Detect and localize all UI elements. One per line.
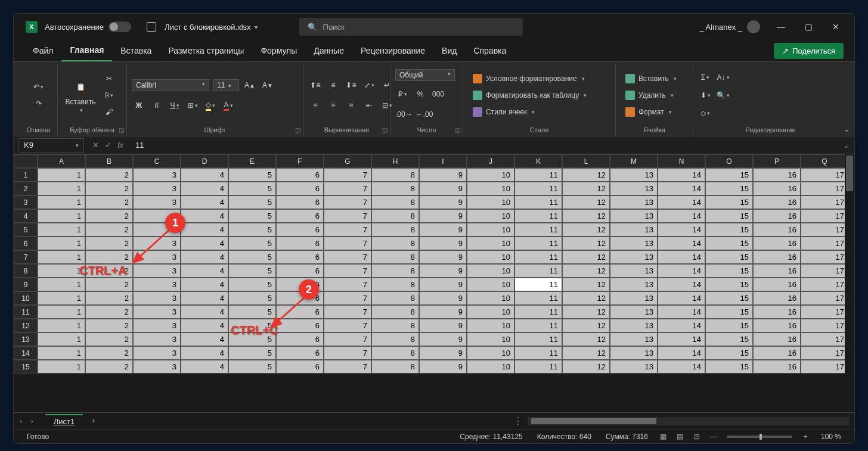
cell[interactable]: 16 xyxy=(753,360,801,374)
cell[interactable]: 16 xyxy=(753,346,801,360)
cell[interactable]: 15 xyxy=(705,168,753,182)
tab-файл[interactable]: Файл xyxy=(24,40,61,61)
cell[interactable]: 4 xyxy=(181,223,228,237)
cell[interactable]: 12 xyxy=(562,237,610,250)
cell[interactable]: 6 xyxy=(276,195,324,209)
find-button[interactable]: 🔍▾ xyxy=(716,88,730,102)
cell[interactable]: 15 xyxy=(705,291,753,305)
cell[interactable]: 3 xyxy=(133,305,181,319)
row-header[interactable]: 6 xyxy=(14,237,38,250)
cell[interactable]: 16 xyxy=(753,182,801,195)
cell[interactable]: 2 xyxy=(85,291,133,305)
cell[interactable]: 8 xyxy=(371,237,419,250)
cell[interactable]: 1 xyxy=(38,291,85,305)
cell[interactable]: 4 xyxy=(181,264,228,278)
cell[interactable]: 12 xyxy=(562,264,610,278)
cell[interactable]: 3 xyxy=(133,291,181,305)
cell[interactable]: 11 xyxy=(514,278,562,291)
cell[interactable]: 4 xyxy=(181,237,228,250)
tab-разметка страницы[interactable]: Разметка страницы xyxy=(160,40,252,61)
cell[interactable]: 1 xyxy=(38,223,85,237)
column-header[interactable]: J xyxy=(467,154,514,168)
cell[interactable]: 3 xyxy=(133,195,181,209)
cell[interactable]: 15 xyxy=(705,305,753,319)
cell[interactable]: 17 xyxy=(801,182,848,195)
row-header[interactable]: 12 xyxy=(14,319,38,332)
cell[interactable]: 1 xyxy=(38,332,85,346)
column-header[interactable]: E xyxy=(228,154,276,168)
cell[interactable]: 14 xyxy=(658,182,705,195)
cell[interactable]: 7 xyxy=(324,195,371,209)
align-bottom-button[interactable]: ⬇≡ xyxy=(344,78,358,92)
cell[interactable]: 17 xyxy=(801,319,848,332)
tab-данные[interactable]: Данные xyxy=(305,40,352,61)
cell[interactable]: 2 xyxy=(85,305,133,319)
decrease-decimal-button[interactable]: ←.00 xyxy=(416,107,433,122)
cell[interactable]: 11 xyxy=(514,182,562,195)
cell[interactable]: 9 xyxy=(419,237,467,250)
cell[interactable]: 3 xyxy=(133,360,181,374)
cell[interactable]: 14 xyxy=(658,250,705,264)
column-header[interactable]: F xyxy=(276,154,324,168)
cell[interactable]: 12 xyxy=(562,195,610,209)
fill-color-button[interactable]: ◇▾ xyxy=(203,98,218,113)
cell[interactable]: 6 xyxy=(276,209,324,223)
cell[interactable]: 12 xyxy=(562,168,610,182)
cell[interactable]: 10 xyxy=(467,237,514,250)
cell[interactable]: 9 xyxy=(419,209,467,223)
row-header[interactable]: 10 xyxy=(14,291,38,305)
cell[interactable]: 17 xyxy=(801,291,848,305)
number-format-combo[interactable]: Общий ▾ xyxy=(395,69,455,81)
cell[interactable]: 2 xyxy=(85,223,133,237)
cell[interactable]: 8 xyxy=(371,168,419,182)
cell[interactable]: 7 xyxy=(324,291,371,305)
cell[interactable]: 5 xyxy=(228,346,276,360)
cell-styles-button[interactable]: Стили ячеек▾ xyxy=(468,105,610,119)
cell[interactable]: 13 xyxy=(610,332,658,346)
fill-button[interactable]: ⬇▾ xyxy=(698,88,712,102)
column-header[interactable]: Q xyxy=(801,154,848,168)
cell[interactable]: 9 xyxy=(419,360,467,374)
font-size-combo[interactable]: 11 ▾ xyxy=(213,79,239,91)
maximize-button[interactable]: ▢ xyxy=(795,18,822,36)
cell[interactable]: 11 xyxy=(514,168,562,182)
cell[interactable]: 15 xyxy=(705,360,753,374)
cell[interactable]: 2 xyxy=(85,332,133,346)
cell[interactable]: 1 xyxy=(38,360,85,374)
indent-decrease-button[interactable]: ⇤ xyxy=(362,98,376,113)
cell[interactable]: 17 xyxy=(801,168,848,182)
cell[interactable]: 6 xyxy=(276,168,324,182)
delete-cells-button[interactable]: Удалить▾ xyxy=(621,88,688,102)
cell[interactable]: 10 xyxy=(467,195,514,209)
cell[interactable]: 2 xyxy=(85,278,133,291)
cell[interactable]: 14 xyxy=(658,346,705,360)
cell[interactable]: 9 xyxy=(419,195,467,209)
cell[interactable]: 11 xyxy=(514,360,562,374)
cell[interactable]: 9 xyxy=(419,182,467,195)
cell[interactable]: 9 xyxy=(419,346,467,360)
cell[interactable]: 14 xyxy=(658,291,705,305)
cell[interactable]: 4 xyxy=(181,360,228,374)
cell[interactable]: 5 xyxy=(228,209,276,223)
cell[interactable]: 3 xyxy=(133,346,181,360)
cell[interactable]: 15 xyxy=(705,250,753,264)
cell[interactable]: 12 xyxy=(562,250,610,264)
row-header[interactable]: 13 xyxy=(14,332,38,346)
cell[interactable]: 13 xyxy=(610,237,658,250)
row-header[interactable]: 7 xyxy=(14,250,38,264)
format-table-button[interactable]: Форматировать как таблицу▾ xyxy=(468,88,610,102)
align-middle-button[interactable]: ≡ xyxy=(326,78,340,92)
cell[interactable]: 10 xyxy=(467,305,514,319)
collapse-ribbon-icon[interactable]: ⌄ xyxy=(844,125,850,133)
column-header[interactable]: A xyxy=(38,154,85,168)
tab-вид[interactable]: Вид xyxy=(433,40,465,61)
column-header[interactable]: C xyxy=(133,154,181,168)
cell[interactable]: 16 xyxy=(753,278,801,291)
sort-filter-button[interactable]: A↓▾ xyxy=(716,70,730,85)
column-header[interactable]: G xyxy=(324,154,371,168)
cell[interactable]: 4 xyxy=(181,209,228,223)
cell[interactable]: 8 xyxy=(371,291,419,305)
cell[interactable]: 11 xyxy=(514,209,562,223)
cell[interactable]: 14 xyxy=(658,223,705,237)
comma-button[interactable]: 000 xyxy=(431,87,445,101)
